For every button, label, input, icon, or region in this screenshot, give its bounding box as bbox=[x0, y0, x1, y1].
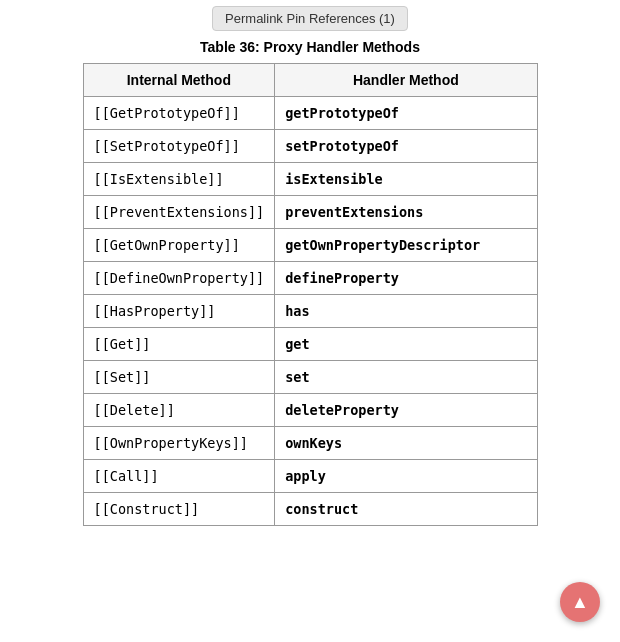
table-wrapper: Internal Method Handler Method [[GetProt… bbox=[0, 63, 620, 526]
table-title: Table 36: Proxy Handler Methods bbox=[0, 39, 620, 55]
handler-method-cell: has bbox=[275, 295, 537, 328]
pin-label: Pin bbox=[287, 11, 306, 26]
internal-method-cell: [[HasProperty]] bbox=[83, 295, 275, 328]
internal-method-cell: [[GetPrototypeOf]] bbox=[83, 97, 275, 130]
table-row: [[DefineOwnProperty]]defineProperty bbox=[83, 262, 537, 295]
table-row: [[Construct]]construct bbox=[83, 493, 537, 526]
table-row: [[Set]]set bbox=[83, 361, 537, 394]
handler-method-cell: getPrototypeOf bbox=[275, 97, 537, 130]
handler-method-cell: defineProperty bbox=[275, 262, 537, 295]
handler-method-cell: ownKeys bbox=[275, 427, 537, 460]
table-row: [[GetPrototypeOf]]getPrototypeOf bbox=[83, 97, 537, 130]
table-row: [[Call]]apply bbox=[83, 460, 537, 493]
internal-method-cell: [[OwnPropertyKeys]] bbox=[83, 427, 275, 460]
internal-method-cell: [[GetOwnProperty]] bbox=[83, 229, 275, 262]
col1-header: Internal Method bbox=[83, 64, 275, 97]
handler-method-cell: isExtensible bbox=[275, 163, 537, 196]
handler-method-cell: get bbox=[275, 328, 537, 361]
table-header-row: Internal Method Handler Method bbox=[83, 64, 537, 97]
internal-method-cell: [[Call]] bbox=[83, 460, 275, 493]
internal-method-cell: [[Get]] bbox=[83, 328, 275, 361]
handler-method-cell: construct bbox=[275, 493, 537, 526]
internal-method-cell: [[DefineOwnProperty]] bbox=[83, 262, 275, 295]
fab-icon: ▲ bbox=[571, 592, 589, 613]
handler-method-cell: preventExtensions bbox=[275, 196, 537, 229]
col2-header: Handler Method bbox=[275, 64, 537, 97]
references-label: References (1) bbox=[309, 11, 395, 26]
internal-method-cell: [[SetPrototypeOf]] bbox=[83, 130, 275, 163]
handler-method-cell: getOwnPropertyDescriptor bbox=[275, 229, 537, 262]
table-row: [[Delete]]deleteProperty bbox=[83, 394, 537, 427]
internal-method-cell: [[Delete]] bbox=[83, 394, 275, 427]
proxy-handler-table: Internal Method Handler Method [[GetProt… bbox=[83, 63, 538, 526]
table-row: [[Get]]get bbox=[83, 328, 537, 361]
table-row: [[PreventExtensions]]preventExtensions bbox=[83, 196, 537, 229]
permalink-label: Permalink bbox=[225, 11, 283, 26]
handler-method-cell: set bbox=[275, 361, 537, 394]
internal-method-cell: [[Set]] bbox=[83, 361, 275, 394]
internal-method-cell: [[Construct]] bbox=[83, 493, 275, 526]
table-row: [[GetOwnProperty]]getOwnPropertyDescript… bbox=[83, 229, 537, 262]
handler-method-cell: apply bbox=[275, 460, 537, 493]
permalink-pin-references-button[interactable]: Permalink Pin References (1) bbox=[212, 6, 408, 31]
fab-button[interactable]: ▲ bbox=[560, 582, 600, 622]
internal-method-cell: [[IsExtensible]] bbox=[83, 163, 275, 196]
table-row: [[OwnPropertyKeys]]ownKeys bbox=[83, 427, 537, 460]
handler-method-cell: deleteProperty bbox=[275, 394, 537, 427]
internal-method-cell: [[PreventExtensions]] bbox=[83, 196, 275, 229]
table-row: [[HasProperty]]has bbox=[83, 295, 537, 328]
table-row: [[IsExtensible]]isExtensible bbox=[83, 163, 537, 196]
top-bar: Permalink Pin References (1) bbox=[0, 0, 620, 39]
handler-method-cell: setPrototypeOf bbox=[275, 130, 537, 163]
table-row: [[SetPrototypeOf]]setPrototypeOf bbox=[83, 130, 537, 163]
